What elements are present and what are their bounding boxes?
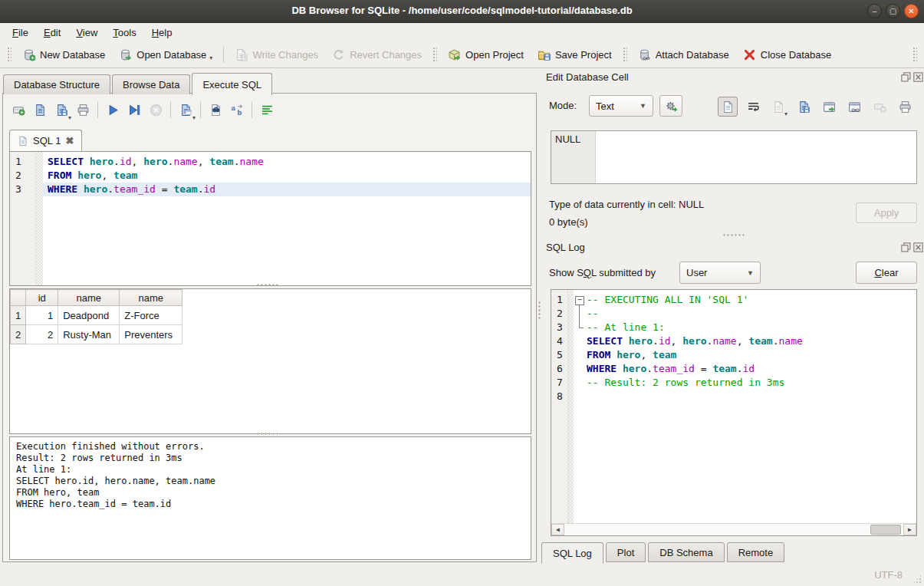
find-button[interactable] (205, 99, 226, 120)
menu-help[interactable]: Help (144, 25, 180, 41)
tab-browse-data[interactable]: Browse Data (112, 74, 190, 94)
scroll-right-icon[interactable]: ▶ (903, 524, 916, 535)
stop-execution-button (145, 99, 166, 120)
tab-plot[interactable]: Plot (606, 542, 646, 562)
fold-column (574, 390, 585, 403)
splitter-handle[interactable] (256, 283, 279, 287)
save-project-button[interactable]: Save Project (531, 44, 619, 65)
scrollbar-track[interactable] (564, 524, 903, 535)
float-dock-icon[interactable] (901, 72, 911, 82)
close-sql-tab-icon[interactable]: ✖ (65, 135, 74, 146)
open-in-external-button[interactable] (819, 97, 839, 117)
menu-edit[interactable]: Edit (36, 25, 68, 41)
fold-column (574, 348, 585, 362)
export-icon (823, 100, 836, 114)
cell[interactable]: Deadpond (58, 306, 120, 325)
encoding-indicator[interactable]: UTF-8 (874, 569, 903, 581)
fold-marker-icon[interactable] (574, 293, 585, 307)
tab-execute-sql[interactable]: Execute SQL (192, 73, 272, 95)
column-header-name[interactable]: name (58, 290, 120, 306)
toolbar-grip[interactable] (623, 47, 627, 62)
row-number[interactable]: 2 (11, 325, 26, 344)
cell-size-info: 0 byte(s) (549, 216, 588, 228)
sql-log-view[interactable]: 1-- EXECUTING ALL IN 'SQL 1'2--3-- At li… (551, 289, 917, 536)
database-new-icon (22, 48, 35, 61)
auto-format-button[interactable] (256, 99, 278, 120)
execute-current-line-button[interactable] (123, 99, 145, 120)
scrollbar-thumb[interactable] (870, 525, 901, 535)
mode-select[interactable]: Text ▼ (589, 95, 653, 117)
fold-column (574, 334, 585, 348)
copy-cell-link-button[interactable] (844, 97, 864, 117)
column-header-name[interactable]: name (120, 290, 182, 306)
save-results-button[interactable]: ▾ (175, 99, 196, 120)
resize-grip[interactable] (912, 574, 922, 584)
open-database-button[interactable]: Open Database▾ (112, 44, 219, 65)
row-number[interactable]: 1 (11, 306, 26, 325)
tab-database-structure[interactable]: Database Structure (3, 74, 110, 94)
save-sql-file-button[interactable]: ▾ (51, 99, 72, 120)
table-row: 1 1 Deadpond Z-Force (11, 306, 182, 325)
cell[interactable]: Preventers (120, 325, 182, 344)
open-project-button[interactable]: Open Project (441, 44, 531, 65)
column-header-id[interactable]: id (26, 290, 58, 306)
toolbar-grip[interactable] (7, 47, 12, 62)
close-dock-icon[interactable] (913, 242, 923, 252)
tab-remote[interactable]: Remote (727, 542, 785, 562)
text-mode-button[interactable] (718, 97, 738, 117)
attach-database-button[interactable]: Attach Database (631, 44, 736, 65)
auto-switch-mode-button[interactable] (659, 95, 682, 117)
open-database-dropdown-icon[interactable]: ▾ (209, 54, 212, 61)
toolbar-separator (200, 101, 201, 118)
tab-db-schema[interactable]: DB Schema (648, 542, 724, 562)
save-results-dropdown-icon[interactable]: ▾ (192, 114, 196, 121)
close-window-button[interactable]: ✕ (904, 4, 919, 18)
menu-view[interactable]: View (68, 25, 105, 41)
open-tab-button[interactable] (8, 99, 29, 120)
sql-document-tab[interactable]: SQL 1 ✖ (9, 130, 82, 151)
close-dock-icon[interactable] (913, 72, 923, 82)
toolbar-grip[interactable] (432, 47, 437, 62)
close-database-button[interactable]: Close Database (736, 44, 839, 65)
splitter-handle[interactable] (256, 432, 279, 436)
cell[interactable]: 1 (26, 306, 58, 325)
execution-message-area[interactable]: Execution finished without errors. Resul… (9, 436, 531, 560)
print-cell-button[interactable] (895, 97, 915, 117)
sql-editor[interactable]: 1SELECT hero.id, hero.name, team.name2FR… (9, 151, 531, 286)
open-sql-file-button[interactable] (29, 99, 51, 120)
toolbar-separator (252, 101, 252, 118)
export-text-button[interactable] (794, 97, 814, 117)
dock-splitter-handle[interactable] (722, 233, 745, 237)
float-dock-icon[interactable] (901, 242, 911, 252)
panel-splitter-handle[interactable] (538, 301, 541, 321)
save-project-icon (538, 48, 551, 61)
scroll-left-icon[interactable]: ◀ (551, 524, 564, 535)
cell-value-editor[interactable]: NULL (551, 130, 917, 184)
fold-marker-icon (574, 321, 585, 334)
minimize-button[interactable]: – (867, 4, 882, 18)
cell[interactable]: Rusty-Man (58, 325, 120, 344)
maximize-button[interactable]: ▢ (886, 4, 900, 18)
print-button[interactable] (72, 99, 94, 120)
save-sql-dropdown-icon[interactable]: ▾ (68, 114, 71, 121)
menu-tools[interactable]: Tools (105, 25, 143, 41)
find-replace-button[interactable] (226, 99, 248, 120)
tab-sql-log[interactable]: SQL Log (541, 542, 603, 564)
cell[interactable]: 2 (26, 325, 58, 344)
word-wrap-button[interactable] (743, 97, 763, 117)
menubar: File Edit View Tools Help (0, 23, 924, 41)
revert-changes-icon (332, 48, 345, 61)
print-icon (899, 100, 912, 114)
horizontal-scrollbar[interactable]: ◀ ▶ (551, 523, 916, 535)
code-line: 2-- (551, 307, 916, 321)
cell[interactable]: Z-Force (120, 306, 182, 325)
edit-cell-dock-title: Edit Database Cell (546, 71, 629, 83)
log-filter-select[interactable]: User ▼ (679, 262, 761, 284)
menu-file[interactable]: File (5, 25, 36, 41)
new-database-button[interactable]: New Database (15, 44, 112, 65)
toolbar-grip[interactable] (912, 47, 917, 62)
execute-all-button[interactable] (102, 99, 123, 120)
results-corner-header[interactable] (11, 290, 26, 306)
clear-log-button[interactable]: Clear (856, 262, 917, 284)
import-dropdown-icon: ▾ (784, 110, 788, 117)
